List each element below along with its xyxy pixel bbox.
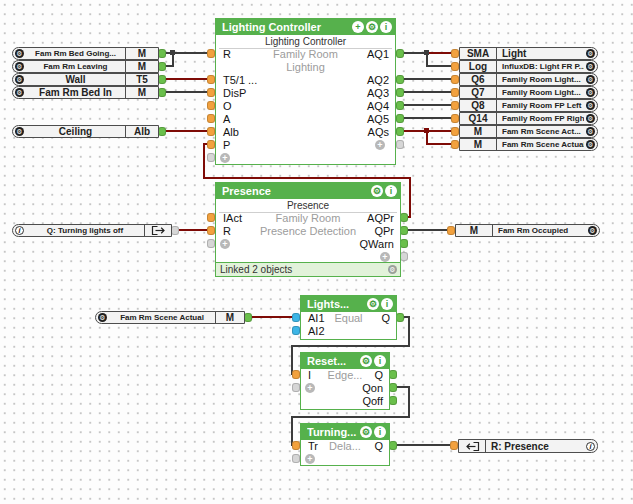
- input-connector[interactable]: [451, 114, 459, 123]
- actuator-scene-memory-1[interactable]: M Fam Rm Scene Act... ⚙: [459, 125, 598, 138]
- gear-icon[interactable]: ⚙: [586, 114, 595, 123]
- output-connector[interactable]: [400, 213, 408, 222]
- input-connector[interactable]: [207, 88, 215, 97]
- block-title-bar[interactable]: Reset... ⚙ i: [301, 353, 389, 369]
- actuator-q6[interactable]: Q6 Family Room Light... ⚙: [459, 73, 598, 86]
- input-connector[interactable]: [292, 370, 300, 379]
- gear-icon[interactable]: ⚙: [15, 49, 24, 58]
- info-icon[interactable]: i: [380, 21, 392, 33]
- info-icon[interactable]: i: [374, 426, 386, 438]
- add-input-button[interactable]: +: [220, 153, 230, 163]
- input-connector[interactable]: [207, 114, 215, 123]
- input-connector[interactable]: [292, 326, 300, 335]
- info-icon[interactable]: i: [374, 355, 386, 367]
- output-connector[interactable]: [158, 127, 166, 136]
- source-q-turning-lights-off[interactable]: i Q: Turning lights off: [12, 224, 172, 237]
- output-connector[interactable]: [396, 88, 404, 97]
- gear-icon[interactable]: ⚙: [15, 127, 24, 136]
- output-connector[interactable]: [396, 313, 404, 322]
- input-connector[interactable]: [451, 88, 459, 97]
- reset-edge-block[interactable]: Reset... ⚙ i I Edge... Q + Qon Qoff: [300, 352, 390, 410]
- source-wall[interactable]: ⚙ Wall T5: [12, 73, 159, 86]
- input-connector[interactable]: [207, 239, 215, 248]
- input-connector[interactable]: [451, 75, 459, 84]
- gear-icon[interactable]: ⚙: [586, 127, 595, 136]
- actuator-r-presence[interactable]: R: Presence i: [458, 439, 598, 453]
- output-connector[interactable]: [171, 226, 179, 235]
- actuator-light[interactable]: SMA Light ⚙: [459, 47, 598, 60]
- output-connector[interactable]: [158, 62, 166, 71]
- source-fam-rm-bed-in[interactable]: ⚙ Fam Rm Bed In M: [12, 86, 159, 99]
- actuator-q14[interactable]: Q14 Family Room FP Right ⚙: [459, 112, 598, 125]
- input-connector[interactable]: [292, 383, 300, 392]
- input-connector[interactable]: [292, 441, 300, 450]
- add-input-button[interactable]: +: [220, 239, 230, 249]
- source-ceiling[interactable]: ⚙ Ceiling Alb: [12, 125, 159, 138]
- output-connector[interactable]: [158, 75, 166, 84]
- output-connector[interactable]: [389, 370, 397, 379]
- output-connector[interactable]: [396, 49, 404, 58]
- input-connector[interactable]: [207, 140, 215, 149]
- actuator-scene-memory-2[interactable]: M Fam Rm Scene Actual ⚙: [459, 138, 598, 151]
- output-connector[interactable]: [244, 313, 252, 322]
- gear-icon[interactable]: ⚙: [360, 355, 372, 367]
- block-title-bar[interactable]: Turning... ⚙ i: [301, 424, 389, 440]
- input-connector[interactable]: [207, 49, 215, 58]
- gear-icon[interactable]: ⚙: [586, 75, 595, 84]
- source-fam-rm-scene-actual[interactable]: ⚙ Fam Rm Scene Actual M: [95, 311, 245, 324]
- add-input-button[interactable]: +: [305, 383, 315, 393]
- input-connector[interactable]: [292, 313, 300, 322]
- gear-icon[interactable]: ⚙: [588, 226, 597, 235]
- source-fam-rm-bed-going[interactable]: ⚙ Fam Rm Bed Going... M: [12, 47, 159, 60]
- actuator-q8[interactable]: Q8 Family Room FP Left ⚙: [459, 99, 598, 112]
- output-connector[interactable]: [389, 396, 397, 405]
- gear-icon[interactable]: ⚙: [388, 265, 397, 274]
- input-connector[interactable]: [207, 75, 215, 84]
- linked-objects-footer[interactable]: Linked 2 objects ⚙: [216, 262, 400, 276]
- input-connector[interactable]: [451, 49, 459, 58]
- input-connector[interactable]: [292, 454, 300, 463]
- input-connector[interactable]: [451, 127, 459, 136]
- info-icon[interactable]: i: [586, 442, 595, 451]
- gear-icon[interactable]: ⚙: [15, 75, 24, 84]
- add-input-button[interactable]: +: [305, 454, 315, 464]
- gear-icon[interactable]: ⚙: [586, 49, 595, 58]
- info-icon[interactable]: i: [15, 226, 24, 235]
- output-connector[interactable]: [389, 383, 397, 392]
- output-connector[interactable]: [400, 239, 408, 248]
- info-icon[interactable]: i: [381, 298, 393, 310]
- gear-icon[interactable]: ⚙: [15, 88, 24, 97]
- input-connector[interactable]: [207, 213, 215, 222]
- gear-icon[interactable]: ⚙: [360, 426, 372, 438]
- output-connector[interactable]: [396, 101, 404, 110]
- output-connector[interactable]: [396, 140, 404, 149]
- turning-delay-block[interactable]: Turning... ⚙ i Tr Dela... Q +: [300, 423, 390, 466]
- output-connector[interactable]: [389, 441, 397, 450]
- gear-icon[interactable]: ⚙: [586, 88, 595, 97]
- input-connector[interactable]: [451, 101, 459, 110]
- block-title-bar[interactable]: Presence ⚙ i: [216, 183, 400, 199]
- output-connector[interactable]: [396, 114, 404, 123]
- block-title-bar[interactable]: Lighting Controller + ⚙ i: [216, 19, 395, 35]
- input-connector[interactable]: [207, 226, 215, 235]
- input-connector[interactable]: [207, 153, 215, 162]
- output-connector[interactable]: [400, 226, 408, 235]
- lights-equal-block[interactable]: Lights... ⚙ i AI1 Equal Q AI2: [300, 295, 397, 340]
- input-connector[interactable]: [207, 127, 215, 136]
- add-output-button[interactable]: +: [380, 252, 390, 262]
- lighting-controller-block[interactable]: Lighting Controller + ⚙ i Lighting Contr…: [215, 18, 396, 165]
- actuator-influxdb-log[interactable]: Log InfluxDB: Light FR P... ⚙: [459, 60, 598, 73]
- gear-icon[interactable]: ⚙: [586, 140, 595, 149]
- input-connector[interactable]: [451, 62, 459, 71]
- gear-icon[interactable]: ⚙: [586, 62, 595, 71]
- input-connector[interactable]: [451, 140, 459, 149]
- gear-icon[interactable]: ⚙: [98, 313, 107, 322]
- output-connector[interactable]: [396, 127, 404, 136]
- actuator-fam-rm-occupied[interactable]: M Fam Rm Occupied ⚙: [455, 224, 600, 237]
- gear-icon[interactable]: ⚙: [367, 298, 379, 310]
- output-connector[interactable]: [158, 49, 166, 58]
- input-connector[interactable]: [450, 441, 458, 450]
- wiring-canvas[interactable]: ⚙ Fam Rm Bed Going... M ⚙ Fam Rm Leaving…: [0, 0, 633, 504]
- gear-icon[interactable]: ⚙: [371, 185, 383, 197]
- block-title-bar[interactable]: Lights... ⚙ i: [301, 296, 396, 312]
